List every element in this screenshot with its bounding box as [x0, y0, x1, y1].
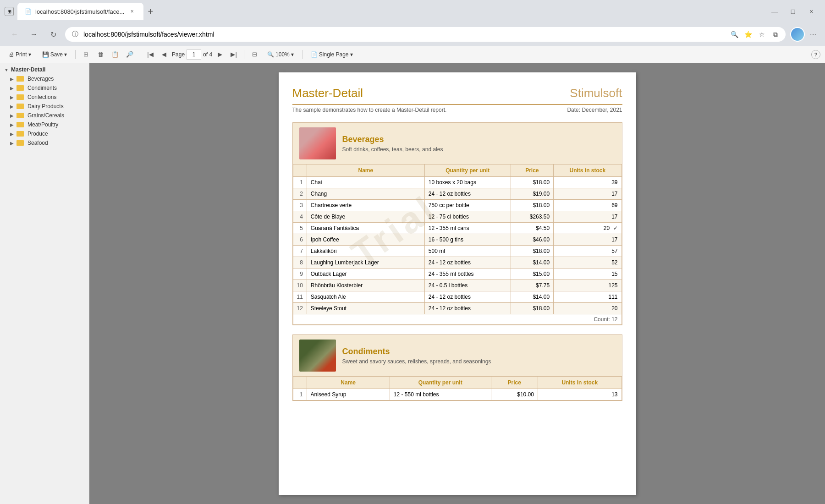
reload-button[interactable]: ↻	[46, 27, 60, 42]
more-button[interactable]: ⋯	[808, 30, 818, 39]
sidebar-item-seafood[interactable]: ▶ Seafood	[0, 138, 89, 148]
active-tab[interactable]: 📄 localhost:8080/jsfstimulsoft/face... ×	[17, 3, 143, 20]
find-button[interactable]: 🔎	[124, 49, 136, 60]
report-date: Date: December, 2021	[567, 107, 622, 113]
report-page: Trial Master-Detail Stimulsoft The sampl…	[279, 72, 636, 495]
sidebar-item-confections[interactable]: ▶ Confections	[0, 93, 89, 102]
col-header-stock: Units in stock	[554, 164, 622, 177]
count-row: Count: 12	[293, 314, 622, 325]
table-row: 9 Outback Lager 24 - 355 ml bottles $15.…	[293, 268, 622, 280]
toolbar-separator-4	[302, 50, 302, 59]
tab-title: localhost:8080/jsfstimulsoft/face...	[35, 8, 124, 15]
product-price: $7.75	[511, 280, 554, 291]
page-input[interactable]	[187, 49, 201, 60]
table-row: 1 Aniseed Syrup 12 - 550 ml bottles $10.…	[293, 389, 622, 400]
report-brand: Stimulsoft	[570, 86, 622, 100]
prev-page-button[interactable]: ◀	[158, 49, 170, 60]
sidebar-item-dairy-products[interactable]: ▶ Dairy Products	[0, 102, 89, 111]
url-text: localhost:8080/jsfstimulsoft/faces/viewe…	[83, 31, 726, 38]
product-qty: 16 - 500 g tins	[424, 234, 511, 246]
zoom-button[interactable]: 🔍 100% ▾	[263, 49, 298, 60]
single-page-button[interactable]: 📄 Single Page ▾	[307, 49, 357, 60]
star-alert-icon[interactable]: ⭐	[743, 30, 753, 39]
sidebar-item-meat-poultry[interactable]: ▶ Meat/Poultry	[0, 120, 89, 129]
toolbar-separator-3	[244, 50, 244, 59]
view-mode-button[interactable]: ⊟	[248, 49, 260, 60]
col-header-qty: Quantity per unit	[390, 377, 491, 389]
row-index: 8	[293, 257, 307, 268]
address-input[interactable]: ⓘ localhost:8080/jsfstimulsoft/faces/vie…	[65, 27, 786, 42]
tab-close-button[interactable]: ×	[128, 7, 136, 16]
last-page-button[interactable]: ▶|	[228, 49, 240, 60]
product-price: $18.00	[511, 246, 554, 257]
sidebar-item-grains-cereals[interactable]: ▶ Grains/Cereals	[0, 111, 89, 120]
sidebar-item-label: Condiments	[28, 85, 57, 91]
row-index: 3	[293, 200, 307, 211]
sidebar-root[interactable]: ▼ Master-Detail	[0, 65, 89, 74]
product-stock: 17	[554, 188, 622, 200]
product-stock: 69	[554, 200, 622, 211]
save-button[interactable]: 💾 Save ▾	[38, 49, 71, 60]
category-name: Condiments	[342, 347, 616, 356]
view-dropdown-icon: ▾	[350, 51, 353, 58]
table-header-row: Name Quantity per unit Price Units in st…	[293, 164, 622, 177]
col-header-idx	[293, 164, 307, 177]
minimize-button[interactable]: —	[770, 7, 779, 16]
page-navigation: |◀ ◀ Page of 4 ▶ ▶|	[144, 49, 240, 60]
delete-button[interactable]: 🗑	[94, 49, 106, 60]
print-button[interactable]: 🖨 Print ▾	[5, 49, 35, 60]
product-price: $46.00	[511, 234, 554, 246]
folder-icon	[16, 113, 24, 118]
back-button[interactable]: ←	[7, 27, 22, 42]
report-header: Master-Detail Stimulsoft	[292, 86, 622, 105]
new-tab-button[interactable]: +	[143, 5, 157, 18]
sidebar-item-condiments[interactable]: ▶ Condiments	[0, 83, 89, 93]
close-window-button[interactable]: ×	[807, 7, 816, 16]
report-toolbar: 🖨 Print ▾ 💾 Save ▾ ⊞ 🗑 📋 🔎 |◀ ◀ Page of …	[0, 46, 825, 63]
category-section-0: Beverages Soft drinks, coffees, teas, be…	[292, 122, 622, 325]
folder-icon	[16, 94, 24, 100]
col-header-price: Price	[511, 164, 554, 177]
zoom-label: 100%	[275, 51, 290, 58]
next-page-button[interactable]: ▶	[214, 49, 226, 60]
product-name: Côte de Blaye	[307, 211, 424, 223]
category-section-1: Condiments Sweet and savory sauces, reli…	[292, 334, 622, 401]
table-row: 5 Guaraná Fantástica 12 - 355 ml cans $4…	[293, 223, 622, 234]
root-label: Master-Detail	[11, 66, 45, 73]
table-row: 1 Chai 10 boxes x 20 bags $18.00 39	[293, 177, 622, 188]
table-row: 11 Sasquatch Ale 24 - 12 oz bottles $14.…	[293, 291, 622, 303]
report-area[interactable]: Trial Master-Detail Stimulsoft The sampl…	[89, 63, 825, 504]
report-description: The sample demonstrates how to create a …	[292, 107, 447, 113]
help-button[interactable]: ?	[811, 50, 820, 59]
category-image	[299, 127, 336, 159]
sidebar-item-beverages[interactable]: ▶ Beverages	[0, 74, 89, 83]
maximize-button[interactable]: □	[788, 7, 798, 16]
sidebar-item-produce[interactable]: ▶ Produce	[0, 129, 89, 138]
product-price: $19.00	[511, 188, 554, 200]
categories-container: Beverages Soft drinks, coffees, teas, be…	[292, 122, 622, 401]
table-row: 4 Côte de Blaye 12 - 75 cl bottles $263.…	[293, 211, 622, 223]
col-header-name: Name	[307, 164, 424, 177]
category-name: Beverages	[342, 135, 616, 144]
profile-avatar[interactable]	[790, 27, 805, 42]
expand-icon: ▶	[9, 76, 15, 82]
collection-icon[interactable]: ⧉	[771, 30, 780, 39]
browser-icon: ⊞	[5, 7, 14, 16]
search-icon[interactable]: 🔍	[730, 30, 739, 39]
sidebar-item-label: Beverages	[28, 76, 54, 82]
layout-button[interactable]: ⊞	[80, 49, 92, 60]
row-index: 1	[293, 177, 307, 188]
bookmark-icon[interactable]: ☆	[757, 30, 766, 39]
product-name: Aniseed Syrup	[307, 389, 390, 400]
forward-button[interactable]: →	[27, 27, 41, 42]
row-index: 2	[293, 188, 307, 200]
table-header-row: Name Quantity per unit Price Units in st…	[293, 377, 622, 389]
page-label: Page	[172, 51, 185, 58]
folder-icon	[16, 122, 24, 127]
info-icon: ⓘ	[71, 30, 80, 39]
expand-icon: ▶	[9, 104, 15, 109]
copy-button[interactable]: 📋	[109, 49, 121, 60]
report-subtitle: The sample demonstrates how to create a …	[292, 107, 622, 113]
expand-icon: ▶	[9, 122, 15, 127]
first-page-button[interactable]: |◀	[144, 49, 156, 60]
